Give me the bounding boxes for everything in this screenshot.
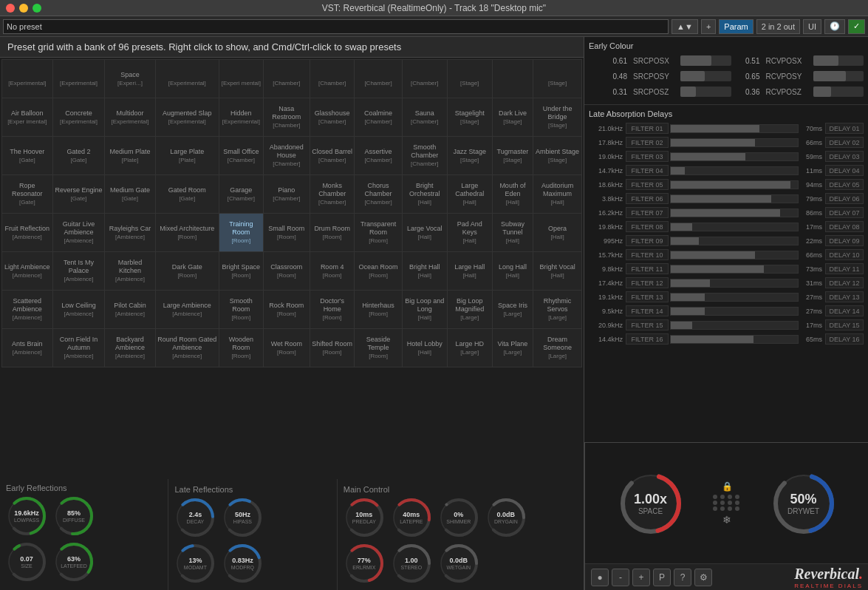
table-row[interactable]: Concrete [Experimental]: [52, 98, 105, 137]
table-row[interactable]: Jazz Stage [Stage]: [447, 137, 492, 175]
ui-button[interactable]: UI: [803, 19, 821, 34]
filter-slider[interactable]: [670, 237, 799, 245]
table-row[interactable]: Chorus Chamber [Chamber]: [355, 175, 402, 214]
table-row[interactable]: Large Ambience [Ambience]: [155, 291, 219, 329]
ec-slider2[interactable]: [813, 87, 864, 97]
table-row[interactable]: Large Cathedral [Hall]: [447, 175, 492, 214]
knob-widget[interactable]: 0.0dB DRYGAIN: [485, 497, 527, 538]
circle-button[interactable]: ●: [591, 569, 609, 586]
table-row[interactable]: Pad And Keys [Hall]: [447, 214, 492, 252]
question-button[interactable]: ?: [674, 569, 691, 586]
table-row[interactable]: Ambient Stage [Stage]: [533, 137, 582, 175]
table-row[interactable]: [Stage]: [533, 60, 582, 98]
filter-slider[interactable]: [670, 208, 799, 217]
table-row[interactable]: Smooth Chamber [Chamber]: [402, 137, 447, 175]
clock-button[interactable]: 🕐: [824, 19, 845, 34]
ec-slider2[interactable]: [813, 55, 864, 66]
table-row[interactable]: Augmented Slap [Experimental]: [155, 98, 219, 137]
table-row[interactable]: Glasshouse [Chamber]: [310, 98, 354, 137]
filter-delay[interactable]: DELAY 04: [825, 165, 864, 176]
table-row[interactable]: Coalmine [Chamber]: [355, 98, 402, 137]
table-row[interactable]: Rock Room [Room]: [263, 291, 310, 329]
plus-button[interactable]: +: [632, 569, 650, 586]
table-row[interactable]: Bright Vocal [Hall]: [533, 252, 582, 291]
table-row[interactable]: Reverse Engine [Gate]: [52, 175, 105, 214]
filter-slider[interactable]: [670, 124, 799, 133]
table-row[interactable]: Dark Gate [Room]: [155, 252, 219, 291]
table-row[interactable]: Shifted Room [Room]: [310, 329, 354, 367]
table-row[interactable]: Doctor's Home [Room]: [310, 291, 354, 329]
table-row[interactable]: Subway Tunnel [Hall]: [492, 214, 533, 252]
table-row[interactable]: Air Balloon [Exper imental]: [2, 98, 53, 137]
table-row[interactable]: Medium Plate [Plate]: [105, 137, 155, 175]
table-row[interactable]: Big Loop Magnified [Large]: [447, 291, 492, 329]
table-row[interactable]: Space [Experi...]: [105, 60, 155, 98]
table-row[interactable]: Closed Barrel [Chamber]: [310, 137, 354, 175]
maximize-button[interactable]: [33, 4, 41, 13]
table-row[interactable]: Small Office [Chamber]: [219, 137, 263, 175]
filter-slider[interactable]: [670, 293, 799, 302]
filter-delay[interactable]: DELAY 07: [825, 207, 864, 218]
table-row[interactable]: [Experimental]: [2, 60, 53, 98]
filter-name[interactable]: FILTER 14: [626, 305, 669, 316]
table-row[interactable]: [492, 60, 533, 98]
table-row[interactable]: Space Iris [Large]: [492, 291, 533, 329]
preset-input[interactable]: [3, 19, 669, 34]
table-row[interactable]: Room 4 [Room]: [310, 252, 354, 291]
filter-name[interactable]: FILTER 09: [626, 235, 669, 246]
filter-slider[interactable]: [670, 180, 799, 189]
table-row[interactable]: Pilot Cabin [Ambience]: [105, 291, 155, 329]
table-row[interactable]: Piano [Chamber]: [263, 175, 310, 214]
table-row[interactable]: Hinterhaus [Room]: [355, 291, 402, 329]
table-row[interactable]: Tent Is My Palace [Ambience]: [52, 252, 105, 291]
table-row[interactable]: Hotel Lobby [Hall]: [402, 329, 447, 367]
table-row[interactable]: [Chamber]: [310, 60, 354, 98]
table-row[interactable]: [Chamber]: [355, 60, 402, 98]
table-row[interactable]: Big Loop and Long [Hall]: [402, 291, 447, 329]
filter-name[interactable]: FILTER 08: [626, 221, 669, 232]
knob-widget[interactable]: 77% ERLRMIX: [344, 543, 385, 584]
table-row[interactable]: Bright Space [Room]: [219, 252, 263, 291]
filter-delay[interactable]: DELAY 13: [825, 291, 864, 302]
table-row[interactable]: [Chamber]: [263, 60, 310, 98]
knob-widget[interactable]: 0.07 SIZE: [6, 541, 47, 583]
table-row[interactable]: Multidoor [Experimental]: [105, 98, 155, 137]
filter-delay[interactable]: DELAY 14: [825, 305, 864, 316]
table-row[interactable]: Dark Live [Stage]: [492, 98, 533, 137]
table-row[interactable]: Monks Chamber [Chamber]: [310, 175, 354, 214]
table-row[interactable]: Assertive [Chamber]: [355, 137, 402, 175]
table-row[interactable]: Large Hall [Hall]: [447, 252, 492, 291]
filter-name[interactable]: FILTER 12: [626, 277, 669, 288]
table-row[interactable]: Stagelight [Stage]: [447, 98, 492, 137]
knob-widget[interactable]: 1.00 STEREO: [391, 543, 432, 584]
knob-widget[interactable]: 0.83Hz MODFRQ: [222, 543, 263, 584]
table-row[interactable]: [Experi mental]: [219, 60, 263, 98]
table-row[interactable]: Light Ambience [Ambience]: [2, 252, 53, 291]
filter-slider[interactable]: [670, 138, 799, 147]
filter-delay[interactable]: DELAY 03: [825, 151, 864, 162]
filter-name[interactable]: FILTER 04: [626, 165, 669, 176]
table-row[interactable]: Garage [Chamber]: [219, 175, 263, 214]
knob-widget[interactable]: 63% LATEFEED: [53, 541, 95, 583]
knob-widget[interactable]: 2.4s DECAY: [174, 497, 216, 538]
filter-delay[interactable]: DELAY 11: [825, 263, 864, 274]
table-row[interactable]: Long Hall [Hall]: [492, 252, 533, 291]
table-row[interactable]: Gated 2 [Gate]: [52, 137, 105, 175]
filter-name[interactable]: FILTER 13: [626, 291, 669, 302]
table-row[interactable]: Large Vocal [Hall]: [402, 214, 447, 252]
ec-slider2[interactable]: [813, 71, 864, 81]
filter-slider[interactable]: [670, 194, 799, 203]
p-button[interactable]: P: [653, 569, 671, 586]
filter-delay[interactable]: DELAY 15: [825, 319, 864, 330]
space-knob-container[interactable]: 1.00x SPACE: [591, 470, 710, 537]
table-row[interactable]: Abandoned House [Chamber]: [263, 137, 310, 175]
table-row[interactable]: Mouth of Eden [Hall]: [492, 175, 533, 214]
filter-delay[interactable]: DELAY 16: [825, 333, 864, 345]
filter-slider[interactable]: [670, 279, 799, 288]
knob-widget[interactable]: 13% MODAMT: [174, 543, 216, 584]
filter-delay[interactable]: DELAY 01: [825, 123, 864, 134]
table-row[interactable]: Backyard Ambience [Ambience]: [105, 329, 155, 367]
knob-widget[interactable]: 0% SHIMMER: [438, 497, 479, 538]
table-row[interactable]: Large Plate [Plate]: [155, 137, 219, 175]
filter-delay[interactable]: DELAY 10: [825, 249, 864, 260]
